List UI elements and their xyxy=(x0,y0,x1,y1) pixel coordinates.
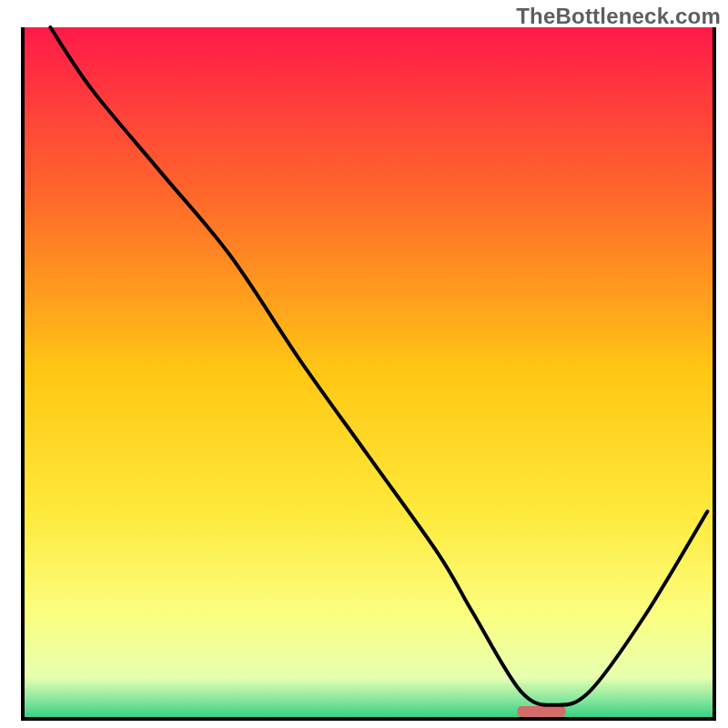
frame-left xyxy=(21,27,25,721)
frame-right xyxy=(713,27,716,721)
bottleneck-chart xyxy=(0,0,728,728)
optimal-marker xyxy=(517,706,565,717)
frame-bottom xyxy=(21,717,716,721)
chart-stage: TheBottleneck.com xyxy=(0,0,728,728)
